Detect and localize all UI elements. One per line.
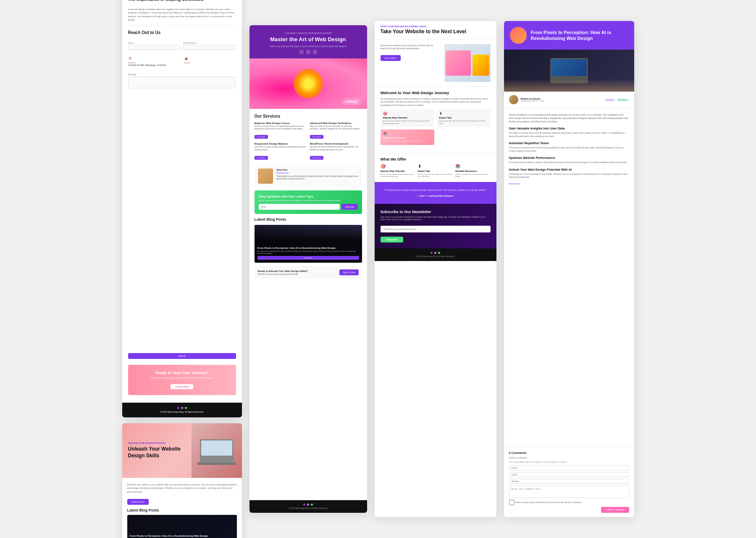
- card1-social-item: 📤 Social: [184, 56, 236, 66]
- card2-cta2-button[interactable]: Sign Up Now: [339, 269, 358, 275]
- comment-name-input[interactable]: [509, 465, 629, 470]
- card3-what-section: What We Offer 🎯 Step-by-Step Tutorials S…: [375, 153, 496, 182]
- comment-save-checkbox[interactable]: [509, 500, 514, 505]
- card1-name-input[interactable]: [128, 45, 181, 50]
- card2-blog-read-more[interactable]: Read More: [257, 256, 359, 260]
- card1-address-val: 123 Web St #456, Webdesign, CA 90210: [128, 64, 180, 66]
- card3-header-title: Take Your Website to the Next Level: [381, 29, 491, 35]
- share-icon: 📤: [184, 56, 188, 61]
- service-btn-0[interactable]: Learn More: [255, 135, 268, 139]
- card3-testimonial: "This blog helped me take my website des…: [375, 182, 496, 204]
- card1-submit-button[interactable]: Submit: [128, 353, 236, 359]
- card3-newsletter-input[interactable]: [381, 226, 491, 232]
- card2-blog-title: Latest Blog Posts: [255, 217, 362, 222]
- laptop-icon: [200, 439, 234, 462]
- card2-cta-input[interactable]: [259, 204, 340, 210]
- card3-footer-dots: [378, 252, 493, 254]
- card1-cta: Ready to Start Your Journey? Enhance you…: [128, 365, 236, 395]
- footer-dot-purple: [177, 407, 179, 409]
- card2-header-icons: [255, 50, 361, 54]
- what-text-2: Explore extensive tools to enhance your …: [455, 173, 491, 178]
- next-level-page-card: START YOUR WEB DESIGN JOURNEY TODAY Take…: [375, 21, 496, 517]
- date-label: Published on: [521, 100, 532, 102]
- card2-hero-flower: [294, 69, 323, 98]
- card1-body: MOST COMMON DESIGN MATTER The Importance…: [122, 0, 242, 403]
- card3-hero-img: [444, 44, 491, 82]
- card1b-body: Enhance your skills on your website with…: [122, 478, 242, 538]
- card2-blog-card-title: From Pixels to Perception: How AI is Rev…: [257, 247, 359, 249]
- card3-offer-1: ⬆ Expert Tips Discover the right tips fr…: [437, 109, 491, 127]
- service-btn-1[interactable]: Learn More: [310, 135, 323, 139]
- card3-welcome-text: Our blog delivers tools to allow the del…: [381, 98, 491, 107]
- card2-cta-button[interactable]: Subscribe: [341, 204, 357, 210]
- card2-cta2-texts: Ready to Elevate Your Web Design Skills?…: [258, 270, 308, 275]
- card2-services-grid: Beginner Web Design Course Start your jo…: [255, 122, 362, 160]
- card3-footer-text: © 2024 Web Design Blog. All Rights Reser…: [416, 256, 455, 258]
- service-btn-3[interactable]: Learn More: [310, 156, 323, 160]
- card3-offers-grid: 🎯 Step-by-Step Tutorials Start your lear…: [381, 109, 491, 145]
- card3-header-label: START YOUR WEB DESIGN JOURNEY TODAY: [381, 25, 491, 28]
- blog-article-card: From Pixels to Perception: How AI is Rev…: [504, 21, 634, 517]
- card3-offer-text-2: Explore extensive tools to enhance your …: [383, 140, 432, 142]
- service-btn-2[interactable]: Learn More: [255, 156, 268, 160]
- card2-hero-text: caitinge: [345, 100, 357, 103]
- card2-hero-img: caitinge: [249, 58, 367, 109]
- section-text-0: AI's ability to analyze data and help ma…: [509, 132, 629, 138]
- laptop-screen: [201, 440, 232, 456]
- footer-dot-purple: [430, 252, 433, 254]
- service-item-3: WordPress Theme Development Dive into th…: [310, 142, 362, 160]
- card2-footer: © 2024 Web Design Blog. All Rights Reser…: [249, 500, 367, 513]
- card4-comments: 0 Comments Submit a Comment Your email a…: [504, 447, 634, 517]
- card2-header-icon-1: [299, 50, 304, 54]
- footer-dot-pink: [181, 407, 183, 409]
- card1-email-field: Email Address: [183, 42, 236, 50]
- tag-webdesign: Web Design: [617, 98, 629, 101]
- contact-page-card: WEB DESIGN BLOG Contact Our Web Design B…: [122, 0, 242, 417]
- comment-email-input[interactable]: [509, 472, 629, 477]
- card1-address-item: 📍 Address 123 Web St #456, Webdesign, CA…: [128, 56, 180, 66]
- service-item-2: Responsive Design Mastery Learn how to c…: [255, 142, 307, 160]
- what-icon-1: ⬆: [418, 164, 453, 169]
- card3-offer-0: 🎯 Step-by-Step Tutorials Start your lear…: [381, 109, 434, 127]
- card1-message-textarea[interactable]: [128, 76, 236, 88]
- card2-blog-card-inner: From Pixels to Perception: How AI is Rev…: [255, 225, 362, 263]
- card4-read-more[interactable]: Read more: [509, 182, 629, 185]
- card4-comment-form: Save my name, email, and website in this…: [509, 465, 629, 513]
- card1-address-row: 📍 Address 123 Web St #456, Webdesign, CA…: [128, 56, 236, 66]
- comment-message-input[interactable]: [509, 485, 629, 498]
- service-text-3: Dive into the world of WordPress theme d…: [310, 146, 362, 151]
- card1b-hero-left: UNLEASH YOUR DESIGN POTENTIAL Unleash Yo…: [122, 423, 192, 478]
- card1b-blog-card: From Pixels to Perception: How AI is Rev…: [127, 515, 237, 538]
- comments-title: 0 Comments: [509, 451, 629, 454]
- laptop-base: [197, 462, 236, 465]
- card3-hero-img-inner: [444, 44, 491, 82]
- card3-newsletter-button[interactable]: Subscribe: [381, 237, 404, 243]
- card2-cta2-title: Ready to Elevate Your Web Design Skills?: [258, 270, 308, 272]
- card3-hero-button[interactable]: Learn More: [381, 55, 401, 61]
- what-title-1: Expert Tips: [418, 170, 453, 172]
- comment-save-check: Save my name, email, and website in this…: [509, 500, 629, 505]
- comment-website-input[interactable]: [509, 479, 629, 484]
- card1b-explore-button[interactable]: Explore Now: [127, 499, 149, 505]
- card2-footer-dots: [253, 504, 364, 506]
- card1-cta-button[interactable]: Contact Now: [171, 384, 193, 389]
- comment-submit-button[interactable]: SUBMIT COMMENT: [601, 507, 629, 513]
- hero-flower-img: [446, 50, 471, 76]
- card3-offer-2: 📚 Valuable Resources Explore extensive t…: [381, 129, 434, 145]
- card3-offer-title-1: Expert Tips: [439, 116, 488, 119]
- card1-email-input[interactable]: [183, 45, 236, 50]
- card2-cta2: Ready to Elevate Your Web Design Skills?…: [255, 266, 362, 279]
- card3-what-grid: 🎯 Step-by-Step Tutorials Start your lear…: [381, 164, 491, 178]
- card3-newsletter-text: Sign up for our exclusive newsletter to …: [381, 216, 491, 221]
- service-item-0: Beginner Web Design Course Start your jo…: [255, 122, 307, 140]
- card3-offer-icon-0: 🎯: [383, 112, 432, 116]
- what-icon-0: 🎯: [381, 164, 416, 169]
- card3-hero-items: [446, 50, 489, 76]
- footer-dot-pink: [434, 252, 436, 254]
- card2-header-icon-3: [313, 50, 317, 54]
- card3-offer-text-1: Discover the right tips from the expert …: [439, 120, 488, 124]
- card1-divider: [128, 26, 236, 26]
- left-column: WEB DESIGN BLOG Contact Our Web Design B…: [122, 0, 242, 538]
- card4-hero-hands: [504, 79, 634, 92]
- card1-section-title: The Importance of Staying Connected: [128, 0, 236, 2]
